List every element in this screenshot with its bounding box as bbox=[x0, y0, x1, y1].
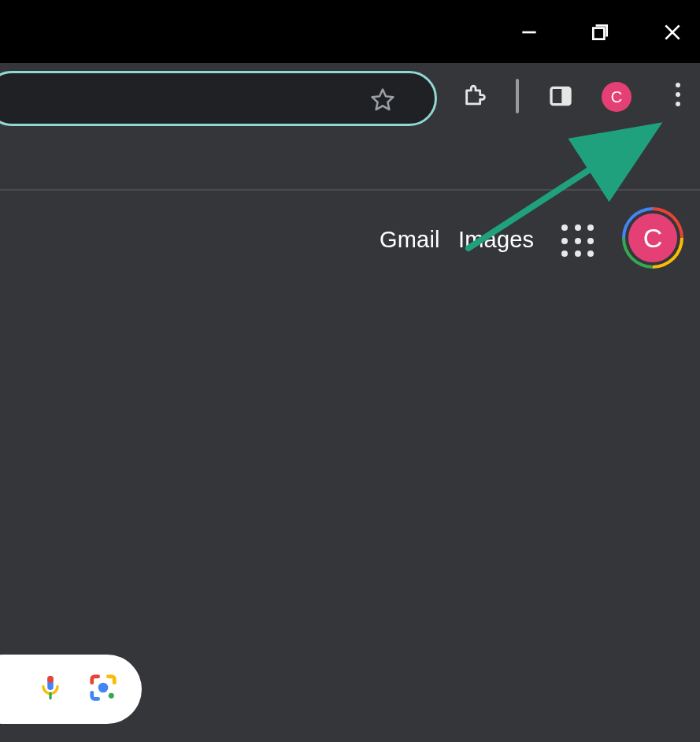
more-menu-icon[interactable] bbox=[664, 80, 692, 109]
extensions-icon[interactable] bbox=[461, 82, 490, 110]
account-avatar[interactable]: C bbox=[622, 207, 683, 269]
maximize-icon[interactable] bbox=[590, 22, 610, 43]
content-divider bbox=[0, 189, 700, 191]
search-input-pill[interactable] bbox=[0, 655, 142, 724]
svg-rect-5 bbox=[561, 87, 570, 104]
page-content: Gmail Images C bbox=[0, 134, 700, 742]
minimize-icon[interactable] bbox=[519, 22, 539, 43]
browser-toolbar: C bbox=[0, 63, 700, 134]
google-lens-icon[interactable] bbox=[88, 673, 118, 706]
bookmark-star-icon[interactable] bbox=[369, 87, 394, 112]
close-icon[interactable] bbox=[662, 22, 683, 43]
menu-dot bbox=[676, 83, 680, 87]
menu-dot bbox=[676, 92, 680, 97]
avatar-circle: C bbox=[628, 213, 677, 262]
svg-point-10 bbox=[98, 683, 109, 693]
svg-rect-1 bbox=[593, 28, 604, 39]
google-apps-icon[interactable] bbox=[561, 224, 596, 259]
svg-rect-7 bbox=[47, 676, 54, 683]
menu-dot bbox=[676, 102, 680, 106]
gmail-link[interactable]: Gmail bbox=[380, 227, 440, 253]
window-titlebar bbox=[0, 0, 700, 63]
account-initial: C bbox=[643, 223, 663, 254]
address-bar[interactable] bbox=[0, 71, 437, 126]
microphone-icon[interactable] bbox=[36, 673, 65, 705]
profile-initial-small: C bbox=[611, 88, 622, 106]
images-link[interactable]: Images bbox=[458, 227, 534, 253]
profile-avatar-small[interactable]: C bbox=[602, 82, 631, 112]
avatar-ring-gap: C bbox=[625, 210, 680, 265]
toolbar-divider bbox=[516, 79, 519, 113]
side-panel-icon[interactable] bbox=[546, 82, 575, 110]
svg-point-9 bbox=[109, 693, 114, 699]
